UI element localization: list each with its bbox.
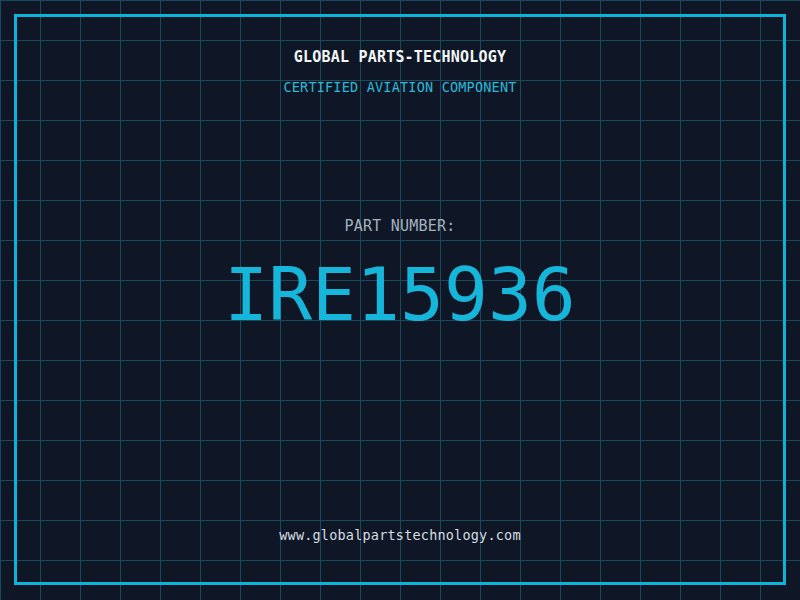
brand-title: GLOBAL PARTS-TECHNOLOGY	[0, 50, 800, 65]
blueprint-label-canvas: GLOBAL PARTS-TECHNOLOGY CERTIFIED AVIATI…	[0, 0, 800, 600]
part-number-label: PART NUMBER:	[0, 219, 800, 234]
website-url: www.globalpartstechnology.com	[0, 529, 800, 543]
part-number-value: IRE15936	[0, 258, 800, 331]
certification-subtitle: CERTIFIED AVIATION COMPONENT	[0, 81, 800, 95]
